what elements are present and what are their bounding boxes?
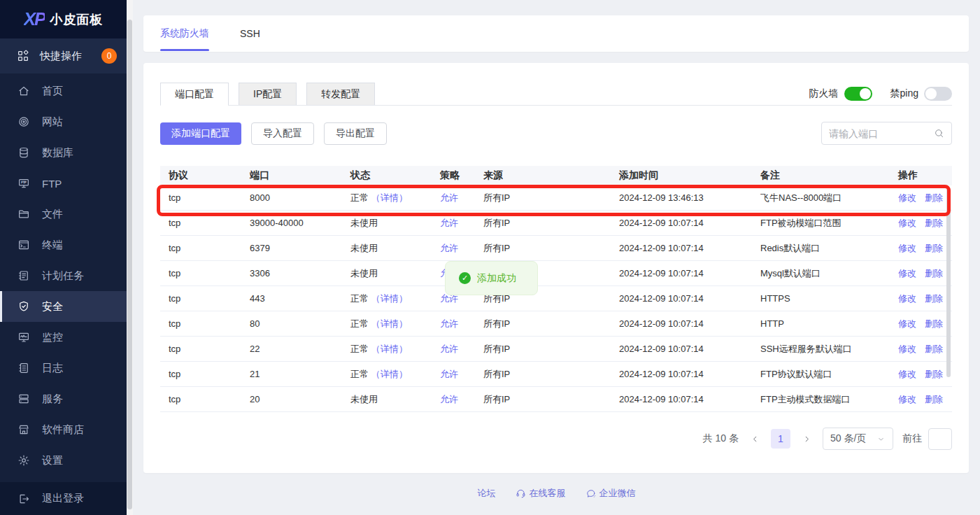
chevron-right-icon xyxy=(802,435,811,444)
sidebar-item-quick-actions[interactable]: 快捷操作 0 xyxy=(0,38,127,73)
next-page-button[interactable] xyxy=(800,429,814,449)
cell-protocol: tcp xyxy=(160,268,241,278)
sidebar-item-monitor[interactable]: 监控 xyxy=(0,322,127,353)
sidebar-item-store[interactable]: 软件商店 xyxy=(0,414,127,445)
add-port-config-button[interactable]: 添加端口配置 xyxy=(160,122,241,145)
sidebar-item-label: 服务 xyxy=(42,393,63,406)
sidebar-item-gear[interactable]: 设置 xyxy=(0,445,127,476)
footer-link-wechat[interactable]: 企业微信 xyxy=(585,487,636,500)
status-detail-link[interactable]: （详情） xyxy=(371,293,408,304)
home-icon xyxy=(17,85,30,97)
ping-toggle[interactable] xyxy=(924,87,952,101)
sidebar-item-folder[interactable]: 文件 xyxy=(0,199,127,230)
search-icon[interactable] xyxy=(934,128,944,139)
edit-link[interactable]: 修改 xyxy=(898,192,916,204)
sidebar-scrollbar-thumb[interactable] xyxy=(127,20,132,509)
cell-actions: 修改删除 xyxy=(890,368,952,381)
sidebar-item-label: 监控 xyxy=(42,331,63,344)
cell-added-time: 2024-12-09 10:07:14 xyxy=(611,293,752,304)
import-config-button[interactable]: 导入配置 xyxy=(251,122,314,145)
delete-link[interactable]: 删除 xyxy=(925,318,943,330)
sidebar-item-services[interactable]: 服务 xyxy=(0,383,127,414)
policy-link[interactable]: 允许 xyxy=(440,243,458,253)
policy-link[interactable]: 允许 xyxy=(440,394,458,404)
edit-link[interactable]: 修改 xyxy=(898,318,916,330)
status-detail-link[interactable]: （详情） xyxy=(371,192,408,203)
tab-ssh[interactable]: SSH xyxy=(240,15,260,52)
port-search-input[interactable] xyxy=(829,128,928,139)
tab-system-firewall[interactable]: 系统防火墙 xyxy=(160,15,209,52)
delete-link[interactable]: 删除 xyxy=(925,267,943,280)
delete-link[interactable]: 删除 xyxy=(925,368,943,381)
sidebar-item-label: 安全 xyxy=(42,300,63,313)
globe-icon xyxy=(17,115,30,128)
cell-protocol: tcp xyxy=(160,192,241,203)
sidebar-item-logout[interactable]: 退出登录 xyxy=(0,482,127,515)
footer-link-support[interactable]: 在线客服 xyxy=(516,487,566,500)
cell-status: 正常 （详情） xyxy=(342,292,432,305)
tasks-icon xyxy=(17,269,30,282)
prev-page-button[interactable] xyxy=(748,429,762,449)
tab-forward-config[interactable]: 转发配置 xyxy=(306,83,375,105)
edit-link[interactable]: 修改 xyxy=(898,368,916,381)
cell-port: 3306 xyxy=(241,268,342,278)
edit-link[interactable]: 修改 xyxy=(898,267,916,280)
edit-link[interactable]: 修改 xyxy=(898,292,916,305)
sidebar-item-database[interactable]: 数据库 xyxy=(0,137,127,168)
col-source: 来源 xyxy=(475,169,611,182)
status-detail-link[interactable]: （详情） xyxy=(371,344,408,354)
folder-icon xyxy=(17,208,30,220)
shield-icon xyxy=(17,300,30,313)
delete-link[interactable]: 删除 xyxy=(925,343,943,355)
policy-link[interactable]: 允许 xyxy=(440,192,458,203)
delete-link[interactable]: 删除 xyxy=(925,393,943,406)
edit-link[interactable]: 修改 xyxy=(898,242,916,255)
edit-link[interactable]: 修改 xyxy=(898,393,916,406)
page-size-value: 50 条/页 xyxy=(830,432,866,445)
table-row: tcp39000-40000未使用允许所有IP2024-12-09 10:07:… xyxy=(160,211,952,236)
cell-added-time: 2024-12-09 10:07:14 xyxy=(611,318,752,329)
database-icon xyxy=(17,146,30,159)
headset-icon xyxy=(516,488,526,499)
sidebar-item-log[interactable]: 日志 xyxy=(0,353,127,383)
policy-link[interactable]: 允许 xyxy=(440,369,458,379)
sidebar-item-ftp[interactable]: FTPFTP xyxy=(0,168,127,199)
toolbar: 添加端口配置 导入配置 导出配置 xyxy=(160,122,952,145)
status-detail-link[interactable]: （详情） xyxy=(371,369,408,379)
sidebar-item-tasks[interactable]: 计划任务 xyxy=(0,260,127,291)
edit-link[interactable]: 修改 xyxy=(898,217,916,230)
policy-link[interactable]: 允许 xyxy=(440,318,458,329)
sidebar-item-globe[interactable]: 网站 xyxy=(0,106,127,137)
policy-link[interactable]: 允许 xyxy=(440,218,458,228)
cell-added-time: 2024-12-09 10:07:14 xyxy=(611,394,752,404)
page-number-1[interactable]: 1 xyxy=(771,429,790,449)
cell-note: HTTP xyxy=(752,318,890,329)
delete-link[interactable]: 删除 xyxy=(925,292,943,305)
goto-page-input[interactable] xyxy=(928,428,952,450)
tab-ip-config[interactable]: IP配置 xyxy=(239,83,297,105)
toggle-knob xyxy=(860,88,871,99)
footer-link-label: 企业微信 xyxy=(599,487,636,500)
export-config-button[interactable]: 导出配置 xyxy=(324,122,387,145)
policy-link[interactable]: 允许 xyxy=(440,344,458,354)
sidebar-item-label: 文件 xyxy=(42,208,63,221)
sidebar-scrollbar[interactable] xyxy=(127,0,133,515)
edit-link[interactable]: 修改 xyxy=(898,343,916,355)
services-icon xyxy=(17,393,30,405)
sidebar-item-shield[interactable]: 安全 xyxy=(0,291,127,322)
tab-port-config[interactable]: 端口配置 xyxy=(160,83,229,105)
firewall-toggle[interactable] xyxy=(844,87,872,101)
status-detail-link[interactable]: （详情） xyxy=(371,318,408,329)
sidebar-item-home[interactable]: 首页 xyxy=(0,76,127,106)
cell-protocol: tcp xyxy=(160,218,241,228)
table-scrollbar-thumb[interactable] xyxy=(946,188,951,377)
page-size-select[interactable]: 50 条/页 xyxy=(823,428,893,450)
delete-link[interactable]: 删除 xyxy=(925,217,943,230)
table-header: 协议 端口 状态 策略 来源 添加时间 备注 操作 xyxy=(160,166,952,185)
sidebar-item-terminal[interactable]: 终端 xyxy=(0,230,127,260)
terminal-icon xyxy=(17,239,30,251)
footer-link-forum[interactable]: 论坛 xyxy=(478,487,496,500)
delete-link[interactable]: 删除 xyxy=(925,242,943,255)
sidebar-item-label: FTP xyxy=(42,178,62,190)
delete-link[interactable]: 删除 xyxy=(925,192,943,204)
